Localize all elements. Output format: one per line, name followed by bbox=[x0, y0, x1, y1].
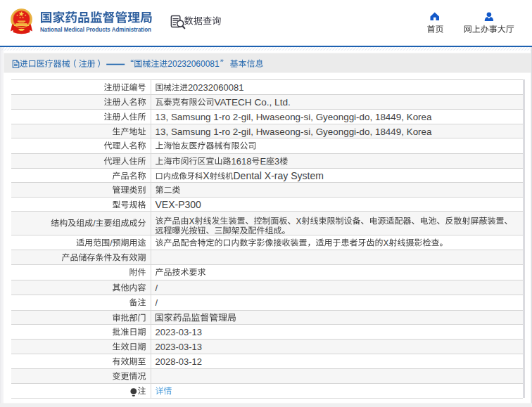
svg-text:National Medical Products Admi: National Medical Products Administration bbox=[40, 25, 151, 33]
svg-text:2028-03-12: 2028-03-12 bbox=[156, 356, 203, 367]
svg-text:Dental X-ray System: Dental X-ray System bbox=[234, 170, 324, 181]
svg-text:X: X bbox=[296, 217, 302, 226]
svg-text:13, Samsung 1-ro 2-gil, Hwaseo: 13, Samsung 1-ro 2-gil, Hwaseong-si, Gye… bbox=[156, 127, 433, 137]
svg-text:3: 3 bbox=[274, 156, 279, 167]
svg-text:/: / bbox=[156, 283, 158, 293]
svg-text:20232060081: 20232060081 bbox=[167, 59, 220, 69]
svg-text:E: E bbox=[260, 156, 266, 167]
svg-text:X: X bbox=[203, 170, 210, 181]
svg-text:VEX-P300: VEX-P300 bbox=[156, 199, 202, 210]
svg-text:1618: 1618 bbox=[232, 156, 252, 167]
svg-text:/: / bbox=[156, 297, 158, 308]
svg-text:2023-03-13: 2023-03-13 bbox=[156, 342, 203, 352]
svg-text:X: X bbox=[189, 217, 195, 226]
svg-text:13, Samsung 1-ro 2-gil, Hwaseo: 13, Samsung 1-ro 2-gil, Hwaseong-si, Gye… bbox=[156, 112, 433, 122]
svg-text:X: X bbox=[384, 238, 389, 248]
svg-text:VATECH Co., Ltd.: VATECH Co., Ltd. bbox=[215, 97, 291, 108]
svg-text:2023-03-13: 2023-03-13 bbox=[156, 327, 203, 337]
svg-text:20232060081: 20232060081 bbox=[188, 82, 244, 93]
